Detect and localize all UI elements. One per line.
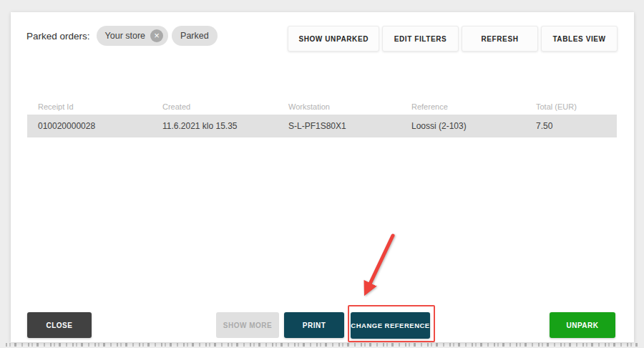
change-reference-button[interactable]: CHANGE REFERENCE	[351, 312, 430, 339]
cell-receipt-id: 010020000028	[38, 121, 162, 131]
parked-orders-dialog: Parked orders: Your store × Parked SHOW …	[11, 12, 634, 342]
refresh-button[interactable]: REFRESH	[462, 26, 538, 52]
close-button[interactable]: CLOSE	[27, 312, 92, 338]
cell-reference: Loossi (2-103)	[411, 121, 536, 131]
table-header: Receipt Id Created Workstation Reference…	[27, 98, 617, 115]
print-button[interactable]: PRINT	[284, 312, 344, 338]
chip-remove-icon[interactable]: ×	[150, 29, 163, 42]
dialog-header: Parked orders: Your store × Parked SHOW …	[26, 26, 618, 52]
dialog-toolbar: SHOW UNPARKED EDIT FILTERS REFRESH TABLE…	[288, 26, 618, 52]
filter-chip-your-store[interactable]: Your store ×	[97, 26, 169, 46]
edit-filters-button[interactable]: EDIT FILTERS	[382, 26, 459, 52]
filter-chip-parked[interactable]: Parked	[172, 26, 218, 46]
column-header-receipt-id: Receipt Id	[38, 102, 162, 111]
cell-total: 7.50	[536, 121, 617, 131]
column-header-workstation: Workstation	[288, 102, 411, 111]
column-header-created: Created	[162, 102, 288, 111]
table-row[interactable]: 010020000028 11.6.2021 klo 15.35 S-L-PF1…	[27, 115, 617, 137]
filter-chip-label: Parked	[180, 31, 209, 41]
filter-chip-label: Your store	[105, 31, 146, 41]
show-more-button: SHOW MORE	[216, 312, 279, 338]
filter-chips: Your store × Parked	[97, 26, 218, 46]
background-page-remnant	[6, 343, 638, 347]
page-title: Parked orders:	[26, 26, 90, 42]
unpark-button[interactable]: UNPARK	[550, 312, 615, 338]
cell-created: 11.6.2021 klo 15.35	[162, 121, 288, 131]
tables-view-button[interactable]: TABLES VIEW	[541, 26, 618, 52]
show-unparked-button[interactable]: SHOW UNPARKED	[288, 26, 379, 52]
cell-workstation: S-L-PF1S80X1	[288, 121, 411, 131]
column-header-reference: Reference	[411, 102, 536, 111]
column-header-total: Total (EUR)	[536, 102, 617, 111]
